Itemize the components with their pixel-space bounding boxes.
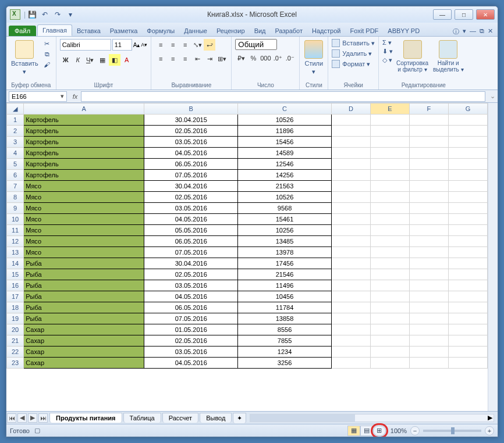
cell[interactable] [370, 236, 409, 247]
clear-button[interactable]: ◇ ▾ [382, 56, 393, 64]
help-icon[interactable]: ⓘ [453, 27, 459, 36]
increase-decimal-button[interactable]: .0⁺ [272, 52, 283, 64]
cell[interactable]: Картофель [24, 115, 144, 126]
cell[interactable] [331, 115, 370, 126]
cell[interactable] [370, 225, 409, 236]
cell[interactable]: Сахар [24, 324, 144, 335]
cell[interactable] [370, 159, 409, 170]
cell[interactable] [370, 137, 409, 148]
align-left-button[interactable]: ≡ [155, 53, 166, 65]
cell[interactable] [370, 181, 409, 192]
save-button[interactable]: 💾 [27, 9, 37, 20]
cell[interactable] [331, 126, 370, 137]
table-row[interactable]: 11Мясо05.05.201610256 [7, 225, 488, 236]
cell[interactable]: 30.04.2015 [144, 115, 238, 126]
table-row[interactable]: 23Сахар04.05.20163256 [7, 358, 488, 369]
workbook-close-icon[interactable]: ✕ [488, 27, 493, 36]
col-header-C[interactable]: C [238, 103, 332, 115]
increase-indent-button[interactable]: ⇥ [204, 53, 215, 65]
number-format-select[interactable] [235, 39, 277, 50]
cell[interactable]: Рыба [24, 269, 144, 280]
cell[interactable] [331, 258, 370, 269]
find-select-button[interactable]: Найти и выделить ▾ [432, 39, 465, 74]
wrap-text-button[interactable]: ⮐ [204, 39, 215, 51]
tab-review[interactable]: Рецензир [212, 26, 250, 36]
cell[interactable]: 13858 [238, 313, 332, 324]
row-header[interactable]: 19 [7, 313, 24, 324]
cell[interactable] [331, 214, 370, 225]
cell[interactable] [370, 214, 409, 225]
cell[interactable]: 12546 [238, 159, 332, 170]
cell[interactable] [448, 148, 487, 159]
cell[interactable]: 04.05.2016 [144, 291, 238, 302]
expand-formula-icon[interactable]: ⌄ [488, 92, 498, 100]
cell[interactable] [331, 280, 370, 291]
table-row[interactable]: 4Картофель04.05.201614589 [7, 148, 488, 159]
cell[interactable] [331, 137, 370, 148]
column-headers[interactable]: ◢ A B C D E F G [7, 103, 488, 115]
cell[interactable]: Мясо [24, 203, 144, 214]
cell[interactable] [370, 192, 409, 203]
row-header[interactable]: 20 [7, 324, 24, 335]
cell[interactable]: 02.05.2016 [144, 192, 238, 203]
cell[interactable]: Мясо [24, 247, 144, 258]
col-header-B[interactable]: B [144, 103, 238, 115]
cell[interactable] [448, 192, 487, 203]
cell[interactable]: 03.05.2016 [144, 280, 238, 291]
row-header[interactable]: 15 [7, 269, 24, 280]
cell[interactable] [448, 269, 487, 280]
decrease-font-button[interactable]: A▾ [141, 42, 147, 48]
row-header[interactable]: 6 [7, 170, 24, 181]
cell[interactable] [448, 236, 487, 247]
zoom-slider[interactable] [423, 430, 481, 432]
row-header[interactable]: 8 [7, 192, 24, 203]
align-right-button[interactable]: ≡ [179, 53, 191, 65]
font-color-button[interactable]: A [121, 54, 133, 66]
cell[interactable] [448, 170, 487, 181]
cell[interactable]: 02.05.2016 [144, 335, 238, 346]
select-all-corner[interactable]: ◢ [7, 103, 24, 115]
cell[interactable]: 04.05.2016 [144, 358, 238, 369]
tab-developer[interactable]: Разработ [271, 26, 307, 36]
new-sheet-button[interactable]: ✦ [233, 413, 246, 423]
cell[interactable] [448, 159, 487, 170]
cell[interactable] [448, 214, 487, 225]
increase-font-button[interactable]: A▴ [133, 42, 140, 48]
cell[interactable] [409, 148, 448, 159]
row-header[interactable]: 12 [7, 236, 24, 247]
cell[interactable] [448, 358, 487, 369]
cell[interactable]: 15461 [238, 214, 332, 225]
last-sheet-button[interactable]: ⏭ [38, 413, 48, 423]
cell[interactable]: Мясо [24, 225, 144, 236]
table-row[interactable]: 7Мясо30.04.201621563 [7, 181, 488, 192]
undo-button[interactable]: ↶ [40, 9, 50, 20]
cell[interactable]: Сахар [24, 335, 144, 346]
cell[interactable] [370, 280, 409, 291]
table-row[interactable]: 22Сахар03.05.20161234 [7, 346, 488, 358]
cell[interactable]: Мясо [24, 214, 144, 225]
spreadsheet-grid[interactable]: ◢ A B C D E F G 1Картофель30.04.20151052… [6, 103, 488, 369]
cell[interactable] [409, 258, 448, 269]
cell[interactable]: 07.05.2016 [144, 247, 238, 258]
cell[interactable] [370, 302, 409, 313]
cell[interactable] [331, 302, 370, 313]
cell[interactable]: 10456 [238, 291, 332, 302]
cell[interactable]: 02.05.2016 [144, 126, 238, 137]
sheet-tab[interactable]: Рассчет [162, 413, 199, 423]
cell[interactable] [331, 269, 370, 280]
insert-cells-button[interactable]: Вставить ▾ [332, 39, 375, 47]
row-header[interactable]: 16 [7, 280, 24, 291]
align-bottom-button[interactable]: ≡ [179, 39, 191, 51]
table-row[interactable]: 8Мясо02.05.201610526 [7, 192, 488, 203]
font-name-select[interactable] [60, 39, 111, 51]
cell[interactable]: 3256 [238, 358, 332, 369]
cell[interactable]: 01.05.2016 [144, 324, 238, 335]
cell[interactable]: 11784 [238, 302, 332, 313]
close-button[interactable]: ✕ [476, 9, 495, 20]
cell[interactable]: Картофель [24, 148, 144, 159]
italic-button[interactable]: К [72, 54, 84, 66]
underline-button[interactable]: Ч▾ [84, 54, 96, 66]
tab-layout[interactable]: Разметка [105, 26, 143, 36]
cell[interactable]: 13485 [238, 236, 332, 247]
title-bar[interactable]: | 💾 ↶ ↷ ▾ Книга8.xlsx - Microsoft Excel … [6, 6, 498, 23]
